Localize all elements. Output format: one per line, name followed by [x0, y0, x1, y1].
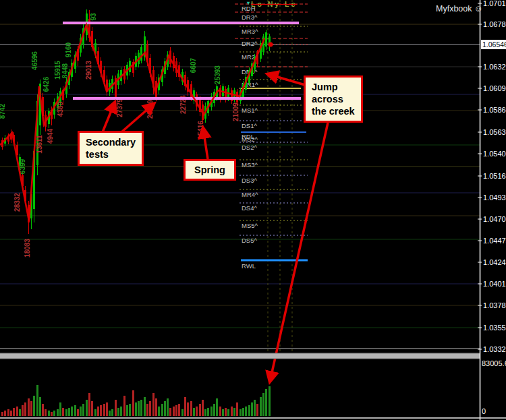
volume-count-label: 28332 [13, 193, 21, 212]
volume-bar [28, 398, 30, 416]
volume-scale-min: 0 [482, 407, 486, 415]
volume-count-label: 18083 [24, 239, 31, 258]
volume-bar [65, 409, 67, 416]
volume-bar [196, 407, 198, 416]
volume-bar [210, 407, 213, 416]
volume-bar [48, 411, 50, 416]
volume-bar [184, 397, 186, 416]
volume-bar [140, 400, 142, 416]
annotation-line: across [312, 93, 355, 105]
volume-bar [178, 404, 180, 416]
volume-bar [161, 404, 163, 416]
candle-body [265, 32, 267, 47]
volume-count-label: 93 [90, 13, 97, 21]
volume-scale-max: 83005.65 [482, 359, 506, 367]
volume-bar [68, 408, 70, 416]
volume-bar [256, 404, 258, 416]
volume-bar [30, 401, 32, 416]
volume-bar [123, 396, 125, 416]
pivot-label-MS2: MS2^ [242, 136, 258, 143]
volume-bar [190, 401, 192, 416]
volume-bar [4, 411, 6, 416]
volume-count-label: 25393 [214, 65, 221, 84]
volume-count-label: 6607 [190, 57, 197, 73]
volume-bar [213, 404, 215, 416]
volume-bar [173, 407, 175, 416]
volume-bar [115, 400, 117, 416]
volume-count-label: 46596 [31, 51, 38, 70]
volume-count-label: 29013 [85, 61, 92, 80]
price-tick-label: 1.05165 [483, 173, 506, 180]
volume-bar [120, 407, 122, 416]
annotation-line: Spring [194, 164, 225, 176]
volume-bar [219, 407, 221, 416]
volume-bar [91, 401, 93, 416]
volume-count-label: 27379 [116, 98, 123, 117]
price-tick-label: 1.04705 [483, 216, 506, 223]
annotation-arrow [103, 102, 115, 132]
volume-bar [51, 412, 53, 416]
volume-bar [181, 409, 184, 416]
volume-bar [254, 400, 256, 416]
price-tick-label: 1.06780 [483, 21, 506, 28]
volume-count-label: 15915 [54, 61, 61, 80]
volume-bar [45, 409, 47, 416]
annotation-jump-across-creek[interactable]: Jump across the creek [304, 76, 363, 123]
volume-count-label: 8448 [61, 63, 69, 78]
volume-bar [24, 402, 26, 416]
volume-bar [39, 397, 41, 416]
pivot-label-MS1: MS1^ [242, 107, 258, 114]
price-tick-label: 1.03555 [483, 324, 506, 332]
price-tick-label: 1.04245 [483, 259, 506, 266]
volume-bar [62, 408, 64, 416]
volume-bar [202, 400, 204, 416]
price-tick-label: 1.04015 [483, 280, 506, 288]
session-tick-icon: ▾ [247, 0, 250, 6]
volume-count-label: 21009 [232, 102, 240, 121]
volume-bar [86, 400, 88, 416]
volume-bar [71, 407, 73, 416]
volume-bar [269, 386, 271, 416]
volume-bar [7, 409, 9, 416]
volume-bar [57, 409, 59, 416]
annotation-spring[interactable]: Spring [184, 159, 236, 181]
price-tick-label: 1.05860 [483, 107, 506, 114]
volume-bar [97, 407, 99, 416]
pivot-label-DS5: DS5^ [242, 237, 257, 244]
volume-bar [152, 393, 154, 416]
volume-bar [88, 393, 90, 416]
chart-canvas[interactable]: RDHDR3^MR3^DR2^MR2^DR1^MR1^MS1^DS1^RDLMS… [0, 0, 506, 420]
pivot-label-DR3: DR3^ [242, 13, 258, 21]
volume-bar [129, 404, 131, 416]
annotation-arrow [270, 123, 328, 382]
volume-count-label: 6426 [43, 76, 50, 92]
volume-bar [231, 407, 233, 416]
volume-bar [138, 401, 140, 416]
volume-bar [204, 409, 206, 416]
volume-bar [53, 411, 55, 416]
annotation-secondary-tests[interactable]: Secondary tests [78, 131, 144, 166]
volume-bar [94, 409, 96, 416]
pane-separator [0, 353, 480, 359]
volume-bar [242, 408, 244, 416]
pivot-label-DS1: DS1^ [242, 122, 257, 129]
volume-bar [36, 385, 38, 416]
volume-count-label: 4944 [47, 128, 54, 144]
annotation-line: Jump [312, 81, 355, 93]
volume-bar [22, 405, 24, 416]
volume-bar [245, 407, 247, 416]
price-tick-label: 1.05630 [483, 129, 506, 136]
volume-count-label: 4380 [57, 101, 64, 117]
session-markers-text: Lo Ny Lc [251, 0, 297, 8]
volume-bar [169, 408, 171, 416]
volume-bar [207, 408, 209, 416]
volume-bar [103, 404, 105, 416]
volume-bar [59, 402, 61, 416]
volume-bar [199, 404, 201, 416]
price-tick-label: 1.07010 [483, 0, 506, 7]
volume-bar [227, 409, 229, 416]
price-tick-label: 1.06320 [483, 63, 506, 71]
volume-bar [135, 402, 137, 416]
price-tick-label: 1.03785 [483, 302, 506, 309]
volume-bar [77, 409, 79, 416]
